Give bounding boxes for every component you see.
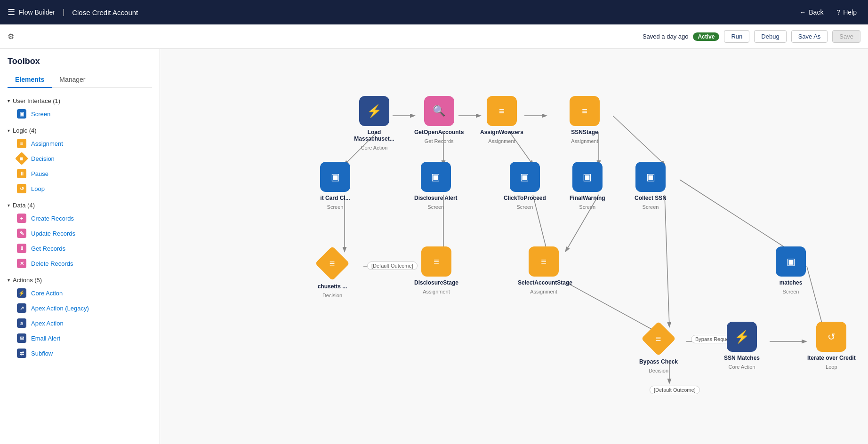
apex-action-legacy-icon: ↗ bbox=[17, 303, 26, 313]
back-button[interactable]: ← Back bbox=[796, 7, 827, 18]
toolbar: ⚙ Saved a day ago Active Run Debug Save … bbox=[0, 24, 868, 49]
node-disclosure-alert[interactable]: ▣ Disclosure Alert Screen bbox=[414, 162, 458, 210]
section-actions: ▾ Actions (5) ⚡ Core Action ↗ Apex Actio… bbox=[8, 275, 152, 361]
node-type-matches: Screen bbox=[783, 289, 799, 294]
node-icon-select-account-stage: ≡ bbox=[529, 246, 559, 277]
node-final-warning[interactable]: ▣ FinalWarning Screen bbox=[570, 162, 605, 210]
toolbox-tabs: Elements Manager bbox=[8, 72, 152, 88]
header-title: Close Credit Account bbox=[72, 8, 138, 16]
create-records-icon: + bbox=[17, 214, 26, 223]
subflow-label: Subflow bbox=[31, 350, 53, 357]
help-icon: ? bbox=[836, 8, 840, 16]
section-label-data: Data (4) bbox=[13, 202, 35, 209]
node-load-massachuset[interactable]: ⚡ Load Massachuset... Core Action bbox=[348, 96, 400, 151]
flow-canvas[interactable]: [Default Outcome] Bypass Requested [Defa… bbox=[160, 49, 868, 444]
default-outcome-label-1: [Default Outcome] bbox=[367, 262, 418, 270]
header: ☰ Flow Builder | Close Credit Account ← … bbox=[0, 0, 868, 24]
menu-icon: ☰ bbox=[8, 7, 15, 17]
node-label-get-open-accounts: GetOpenAccounts bbox=[414, 129, 464, 135]
node-type-disclosure-stage: Assignment bbox=[423, 289, 450, 294]
chevron-down-icon-logic: ▾ bbox=[8, 128, 10, 133]
create-records-label: Create Records bbox=[31, 215, 74, 222]
toolbox-item-decision[interactable]: ◆ Decision bbox=[8, 151, 152, 166]
chevron-down-icon-actions: ▾ bbox=[8, 278, 10, 283]
tab-manager[interactable]: Manager bbox=[52, 72, 93, 88]
node-type-collect-ssn: Screen bbox=[643, 204, 659, 210]
toolbox-item-subflow[interactable]: ⇄ Subflow bbox=[8, 346, 152, 361]
node-label-collect-ssn: Collect SSN bbox=[635, 195, 667, 201]
update-records-label: Update Records bbox=[31, 230, 75, 237]
node-label-ssn-stage: SSNStage bbox=[571, 129, 598, 135]
assignment-label: Assignment bbox=[31, 140, 63, 147]
help-button[interactable]: ? Help bbox=[833, 7, 860, 18]
node-icon-load-massachuset: ⚡ bbox=[359, 96, 389, 126]
default-outcome-label-2: [Default Outcome] bbox=[650, 386, 700, 394]
node-label-select-account-stage: SelectAccountStage bbox=[518, 279, 570, 286]
toolbox-item-pause[interactable]: ⏸ Pause bbox=[8, 166, 152, 181]
node-bypass-check[interactable]: ≡ Bypass Check Decision bbox=[639, 322, 678, 373]
node-assign-wowzers[interactable]: ≡ AssignWowzers Assignment bbox=[480, 96, 523, 144]
node-label-ssn-matches: SSN Matches bbox=[724, 355, 760, 361]
node-type-ssn-matches: Core Action bbox=[729, 364, 755, 370]
node-label-disclosure-alert: Disclosure Alert bbox=[414, 195, 458, 201]
core-action-icon: ⚡ bbox=[17, 288, 26, 298]
node-icon-collect-ssn: ▣ bbox=[635, 162, 666, 192]
loop-icon: ↺ bbox=[17, 184, 26, 193]
node-select-account-stage[interactable]: ≡ SelectAccountStage Assignment bbox=[518, 246, 570, 294]
toolbox-item-apex-action[interactable]: ≥ Apex Action bbox=[8, 316, 152, 331]
get-records-icon: ⬇ bbox=[17, 244, 26, 253]
svg-line-11 bbox=[613, 116, 665, 165]
pause-label: Pause bbox=[31, 170, 48, 177]
section-header-actions[interactable]: ▾ Actions (5) bbox=[8, 275, 152, 285]
node-iterate-over-credit[interactable]: ↺ Iterate over Credit Loop bbox=[807, 322, 856, 370]
tab-elements[interactable]: Elements bbox=[8, 72, 52, 88]
back-icon: ← bbox=[799, 8, 806, 16]
node-credit-card-cl[interactable]: ▣ it Card Cl... Screen bbox=[320, 162, 350, 210]
header-logo-label: Flow Builder bbox=[19, 8, 55, 16]
node-mass-decision[interactable]: ≡ chusetts ... Decision bbox=[315, 246, 349, 298]
node-label-click-to-proceed: ClickToProceed bbox=[504, 195, 546, 201]
svg-line-13 bbox=[665, 195, 669, 326]
get-records-label: Get Records bbox=[31, 245, 65, 252]
toolbox-item-screen[interactable]: ▣ Screen bbox=[8, 106, 152, 121]
toolbox-item-core-action[interactable]: ⚡ Core Action bbox=[8, 285, 152, 301]
node-type-mass-decision: Decision bbox=[322, 293, 342, 298]
node-get-open-accounts[interactable]: 🔍 GetOpenAccounts Get Records bbox=[414, 96, 464, 144]
debug-button[interactable]: Debug bbox=[754, 30, 786, 43]
save-as-button[interactable]: Save As bbox=[791, 30, 828, 43]
node-icon-disclosure-alert: ▣ bbox=[421, 162, 451, 192]
section-logic: ▾ Logic (4) ≡ Assignment ◆ Decision ⏸ Pa… bbox=[8, 125, 152, 196]
node-type-ssn-stage: Assignment bbox=[571, 138, 598, 144]
node-matches[interactable]: ▣ matches Screen bbox=[776, 246, 806, 294]
toolbox-item-email-alert[interactable]: ✉ Email Alert bbox=[8, 331, 152, 346]
section-header-user-interface[interactable]: ▾ User Interface (1) bbox=[8, 95, 152, 106]
section-header-data[interactable]: ▾ Data (4) bbox=[8, 200, 152, 211]
node-label-bypass-check: Bypass Check bbox=[639, 358, 678, 365]
toolbox-item-update-records[interactable]: ✎ Update Records bbox=[8, 226, 152, 241]
toolbox-item-delete-records[interactable]: ✕ Delete Records bbox=[8, 256, 152, 271]
toolbox-item-apex-action-legacy[interactable]: ↗ Apex Action (Legacy) bbox=[8, 301, 152, 316]
node-disclosure-stage[interactable]: ≡ DisclosureStage Assignment bbox=[414, 246, 458, 294]
node-ssn-stage[interactable]: ≡ SSNStage Assignment bbox=[570, 96, 600, 144]
node-click-to-proceed[interactable]: ▣ ClickToProceed Screen bbox=[504, 162, 546, 210]
node-icon-assign-wowzers: ≡ bbox=[487, 96, 517, 126]
node-collect-ssn[interactable]: ▣ Collect SSN Screen bbox=[635, 162, 667, 210]
section-header-logic[interactable]: ▾ Logic (4) bbox=[8, 125, 152, 136]
node-type-disclosure-alert: Screen bbox=[427, 204, 444, 210]
node-label-iterate-over-credit: Iterate over Credit bbox=[807, 355, 856, 361]
toolbox-item-loop[interactable]: ↺ Loop bbox=[8, 181, 152, 196]
decision-icon: ◆ bbox=[15, 152, 28, 165]
toolbox-item-assignment[interactable]: ≡ Assignment bbox=[8, 136, 152, 151]
toolbox-title: Toolbox bbox=[8, 56, 152, 66]
toolbox-item-create-records[interactable]: + Create Records bbox=[8, 211, 152, 226]
mass-decision-icon: ≡ bbox=[330, 258, 335, 269]
node-type-credit-card-cl: Screen bbox=[327, 204, 344, 210]
node-label-assign-wowzers: AssignWowzers bbox=[480, 129, 523, 135]
help-label: Help bbox=[843, 8, 857, 16]
saved-text: Saved a day ago bbox=[643, 33, 689, 40]
toolbox-item-get-records[interactable]: ⬇ Get Records bbox=[8, 241, 152, 256]
node-ssn-matches[interactable]: ⚡ SSN Matches Core Action bbox=[724, 322, 760, 370]
run-button[interactable]: Run bbox=[724, 30, 749, 43]
section-user-interface: ▾ User Interface (1) ▣ Screen bbox=[8, 95, 152, 121]
settings-icon[interactable]: ⚙ bbox=[8, 32, 14, 41]
